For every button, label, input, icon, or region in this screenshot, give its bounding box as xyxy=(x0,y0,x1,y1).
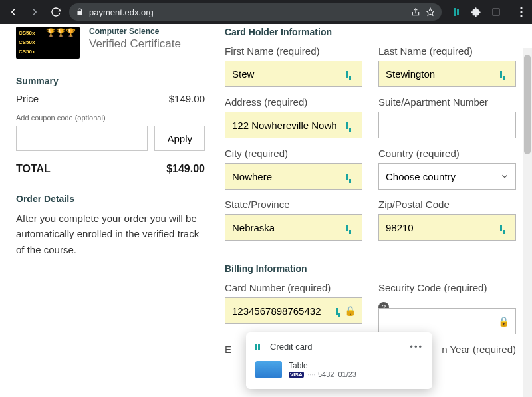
autofill-icon xyxy=(346,120,357,130)
thumb-text: CS50x xyxy=(19,39,35,47)
autofill-icon xyxy=(346,222,357,233)
lock-icon: 🔒 xyxy=(344,305,356,316)
security-code-label: Security Code (required) xyxy=(378,282,516,293)
country-field: Country (required) Choose country xyxy=(378,148,516,190)
last-name-input[interactable] xyxy=(378,61,516,87)
scrollbar-thumb[interactable] xyxy=(524,55,531,154)
first-name-input[interactable] xyxy=(225,61,362,87)
autofill-card-option[interactable]: Table VISA ···· 5432 01/23 xyxy=(246,358,432,381)
svg-point-2 xyxy=(520,7,522,9)
autofill-icon xyxy=(500,222,511,233)
city-field: City (required) xyxy=(225,148,362,190)
back-button[interactable] xyxy=(5,4,21,20)
price-line: Price $149.00 xyxy=(16,93,205,104)
security-code-field: Security Code (required) ? 🔒 xyxy=(378,282,516,334)
city-label: City (required) xyxy=(225,148,362,159)
autofill-icon xyxy=(500,68,511,79)
city-input[interactable] xyxy=(225,163,362,190)
svg-point-3 xyxy=(520,11,522,13)
thumb-text: CS50x xyxy=(19,48,35,56)
product-department: Computer Science xyxy=(89,27,181,36)
address-bar[interactable]: payment.edx.org xyxy=(69,3,442,21)
suite-label: Suite/Apartment Number xyxy=(378,96,516,108)
card-meta: Table VISA ···· 5432 01/23 xyxy=(289,361,356,378)
product-title: Verified Certificate xyxy=(89,37,181,51)
cardholder-grid: First Name (required) Last Name (require… xyxy=(225,45,516,241)
zip-field: Zip/Postal Code xyxy=(378,199,516,241)
card-number-label: Card Number (required) xyxy=(225,282,362,293)
autofill-popup: Credit card ••• Table VISA ···· 5432 01/… xyxy=(246,332,432,389)
autofill-icon xyxy=(346,171,357,182)
autofill-popup-title: Credit card xyxy=(270,342,313,352)
left-column: CS50x CS50x CS50x 🏆🏆🏆 Computer Science V… xyxy=(0,24,219,397)
autofill-popup-header: Credit card ••• xyxy=(246,339,432,358)
billing-heading: Billing Information xyxy=(225,263,516,274)
forward-button[interactable] xyxy=(27,4,43,20)
billing-grid: Card Number (required) 🔒 Security Code (… xyxy=(225,282,516,334)
address-field: Address (required) xyxy=(225,96,362,138)
apply-button[interactable]: Apply xyxy=(154,126,205,151)
state-input[interactable] xyxy=(225,214,362,241)
total-label: TOTAL xyxy=(16,163,51,175)
card-name: Table xyxy=(289,361,356,370)
bookmark-star-icon[interactable] xyxy=(426,7,435,17)
suite-field: Suite/Apartment Number xyxy=(378,96,516,138)
share-icon[interactable] xyxy=(411,7,420,17)
address-label: Address (required) xyxy=(225,96,362,108)
total-value: $149.00 xyxy=(166,163,205,175)
zip-label: Zip/Postal Code xyxy=(378,199,516,210)
last-name-label: Last Name (required) xyxy=(378,45,516,57)
security-code-input[interactable] xyxy=(378,308,516,334)
first-name-label: First Name (required) xyxy=(225,45,362,57)
reload-button[interactable] xyxy=(48,4,64,20)
url-text: payment.edx.org xyxy=(89,7,154,17)
order-details-text: After you complete your order you will b… xyxy=(16,211,205,257)
price-value: $149.00 xyxy=(169,93,205,104)
more-icon[interactable]: ••• xyxy=(410,342,423,352)
course-thumbnail: CS50x CS50x CS50x 🏆🏆🏆 xyxy=(16,27,80,59)
card-masked: ···· 5432 xyxy=(308,370,334,378)
first-name-field: First Name (required) xyxy=(225,45,362,87)
browser-toolbar: payment.edx.org xyxy=(0,0,532,24)
country-label: Country (required) xyxy=(378,148,516,159)
price-label: Price xyxy=(16,93,39,104)
scrollbar[interactable] xyxy=(523,48,532,397)
toolbar-right xyxy=(451,7,527,17)
autofill-icon xyxy=(346,68,357,79)
extensions-puzzle-icon[interactable] xyxy=(471,7,481,17)
kebab-menu-icon[interactable] xyxy=(516,7,527,17)
last-name-field: Last Name (required) xyxy=(378,45,516,87)
extension-icon[interactable] xyxy=(451,7,462,17)
svg-rect-1 xyxy=(493,9,499,15)
suite-input[interactable] xyxy=(378,112,516,138)
summary-heading: Summary xyxy=(16,76,205,86)
extension-icon xyxy=(255,342,265,352)
state-label: State/Province xyxy=(225,199,362,210)
zip-input[interactable] xyxy=(378,214,516,241)
address-input[interactable] xyxy=(225,112,362,138)
country-select[interactable]: Choose country xyxy=(378,163,516,190)
coupon-input[interactable] xyxy=(16,126,148,151)
lock-icon xyxy=(76,8,84,16)
product-row: CS50x CS50x CS50x 🏆🏆🏆 Computer Science V… xyxy=(16,27,205,59)
lock-icon: 🔒 xyxy=(498,316,509,327)
svg-point-4 xyxy=(520,15,522,17)
trophy-icon: 🏆🏆🏆 xyxy=(46,28,76,37)
total-row: TOTAL $149.00 xyxy=(16,163,205,175)
card-expiry: 01/23 xyxy=(338,370,356,378)
thumb-text: CS50x xyxy=(19,29,35,37)
product-meta: Computer Science Verified Certificate xyxy=(89,27,181,59)
card-number-field: Card Number (required) 🔒 xyxy=(225,282,362,334)
cardholder-heading: Card Holder Information xyxy=(225,27,516,37)
state-field: State/Province xyxy=(225,199,362,241)
coupon-label: Add coupon code (optional) xyxy=(16,114,205,122)
card-image xyxy=(255,361,282,378)
svg-marker-0 xyxy=(426,8,434,15)
card-brand: VISA xyxy=(289,372,304,378)
order-details-heading: Order Details xyxy=(16,194,205,204)
coupon-row: Apply xyxy=(16,126,205,151)
account-icon[interactable] xyxy=(491,7,501,17)
